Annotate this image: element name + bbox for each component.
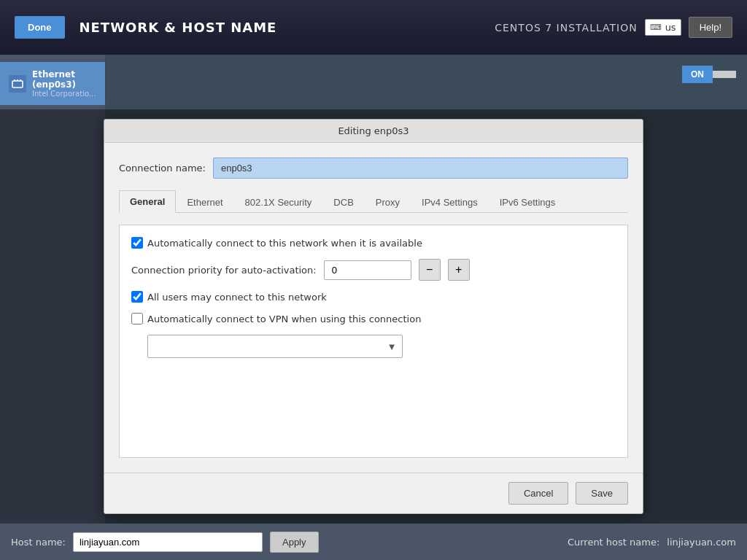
current-host-value: linjiayuan.com (667, 537, 736, 548)
help-button[interactable]: Help! (689, 17, 732, 38)
cancel-button[interactable]: Cancel (508, 482, 568, 505)
vpn-dropdown[interactable]: ▼ (147, 335, 403, 358)
tab-content-general: Automatically connect to this network wh… (119, 225, 628, 458)
save-button[interactable]: Save (576, 482, 628, 505)
all-users-label[interactable]: All users may connect to this network (131, 291, 327, 303)
apply-button[interactable]: Apply (270, 532, 319, 553)
sidebar-item-name: Ethernet (enp0s3) (32, 69, 96, 90)
tab-general[interactable]: General (119, 190, 176, 213)
priority-row: Connection priority for auto-activation:… (131, 259, 616, 281)
vpn-row: Automatically connect to VPN when using … (131, 313, 616, 324)
keyboard-selector[interactable]: ⌨ us (645, 19, 681, 36)
connection-name-input[interactable] (213, 158, 628, 179)
tab-ipv6[interactable]: IPv6 Settings (489, 190, 567, 213)
host-name-input[interactable] (73, 532, 263, 552)
modal-footer: Cancel Save (104, 472, 643, 513)
svg-rect-0 (12, 81, 23, 88)
priority-decrease-button[interactable]: − (419, 259, 441, 281)
editing-dialog: Editing enp0s3 Connection name: General … (104, 119, 643, 514)
done-button[interactable]: Done (15, 16, 65, 39)
modal-overlay: Editing enp0s3 Connection name: General … (0, 109, 747, 524)
toggle-container: ON (682, 66, 736, 83)
auto-connect-text: Automatically connect to this network wh… (147, 238, 422, 249)
keyboard-lang: us (665, 22, 676, 33)
priority-input[interactable] (324, 260, 411, 280)
tab-dcb[interactable]: DCB (322, 190, 364, 213)
tab-proxy[interactable]: Proxy (365, 190, 411, 213)
modal-title: Editing enp0s3 (104, 120, 643, 143)
tabs: General Ethernet 802.1X Security DCB Pro… (119, 190, 628, 213)
top-bar-right: CENTOS 7 INSTALLATION ⌨ us Help! (495, 17, 732, 38)
priority-label: Connection priority for auto-activation: (131, 265, 317, 276)
tab-security[interactable]: 802.1X Security (234, 190, 323, 213)
current-host-label: Current host name: (568, 537, 659, 548)
keyboard-icon: ⌨ (650, 23, 662, 32)
vpn-text: Automatically connect to VPN when using … (147, 314, 421, 324)
vpn-label[interactable]: Automatically connect to VPN when using … (131, 313, 421, 324)
toggle-off-button[interactable] (713, 71, 736, 78)
top-bar-left: Done NETWORK & HOST NAME (15, 16, 276, 39)
connection-name-row: Connection name: (119, 158, 628, 179)
sidebar-item-info: Ethernet (enp0s3) Intel Corporatio... (32, 69, 96, 98)
auto-connect-checkbox[interactable] (131, 237, 143, 249)
auto-connect-row: Automatically connect to this network wh… (131, 237, 616, 249)
modal-body: Connection name: General Ethernet 802.1X… (104, 143, 643, 472)
all-users-text: All users may connect to this network (147, 292, 327, 303)
ethernet-icon (9, 75, 26, 93)
priority-increase-button[interactable]: + (448, 259, 470, 281)
auto-connect-label[interactable]: Automatically connect to this network wh… (131, 237, 422, 249)
all-users-row: All users may connect to this network (131, 291, 616, 303)
bottom-bar: Host name: Apply Current host name: linj… (0, 524, 747, 560)
main-content: Ethernet (enp0s3) Intel Corporatio... + … (0, 55, 747, 560)
vpn-checkbox[interactable] (131, 313, 143, 324)
app-title: NETWORK & HOST NAME (80, 20, 277, 35)
tab-ethernet[interactable]: Ethernet (176, 190, 233, 213)
sidebar-item-sub: Intel Corporatio... (32, 90, 96, 98)
tab-ipv4[interactable]: IPv4 Settings (411, 190, 489, 213)
top-bar: Done NETWORK & HOST NAME CENTOS 7 INSTAL… (0, 0, 747, 55)
toggle-on-button[interactable]: ON (682, 66, 713, 83)
host-name-label: Host name: (11, 537, 66, 548)
installation-label: CENTOS 7 INSTALLATION (495, 22, 637, 34)
connection-name-label: Connection name: (119, 163, 206, 174)
all-users-checkbox[interactable] (131, 291, 143, 303)
dropdown-arrow-icon: ▼ (389, 343, 395, 351)
sidebar-item-ethernet[interactable]: Ethernet (enp0s3) Intel Corporatio... (0, 62, 105, 105)
